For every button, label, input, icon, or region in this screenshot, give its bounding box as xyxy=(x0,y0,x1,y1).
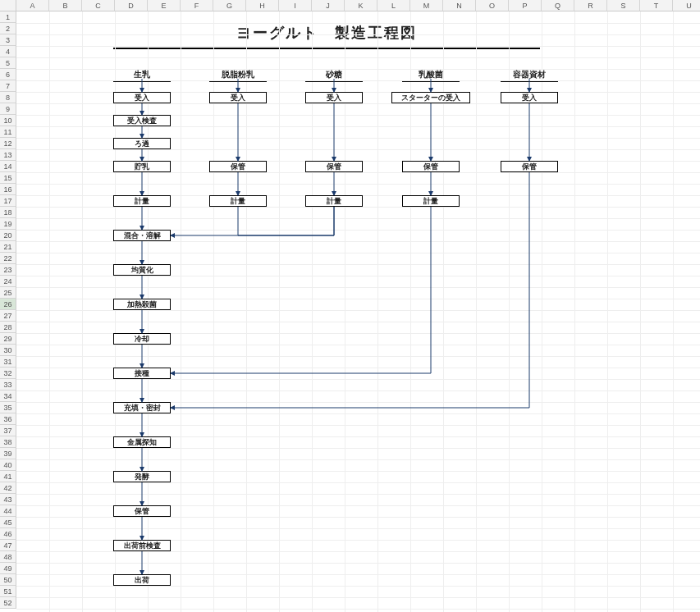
row-header[interactable]: 13 xyxy=(0,149,16,161)
row-header[interactable]: 14 xyxy=(0,161,16,172)
lane-header: 脱脂粉乳 xyxy=(209,69,267,82)
column-header[interactable]: M xyxy=(410,0,443,11)
process-step: 均質化 xyxy=(113,264,171,276)
row-header[interactable]: 5 xyxy=(0,57,16,69)
row-header[interactable]: 42 xyxy=(0,482,16,494)
column-header[interactable]: U xyxy=(673,0,700,11)
process-step: 保管 xyxy=(209,161,267,172)
row-header[interactable]: 48 xyxy=(0,551,16,563)
row-header[interactable]: 32 xyxy=(0,368,16,379)
column-header[interactable]: N xyxy=(443,0,476,11)
row-header[interactable]: 41 xyxy=(0,471,16,482)
row-header[interactable]: 27 xyxy=(0,310,16,322)
process-step: 保管 xyxy=(402,161,460,172)
process-step: 受入 xyxy=(305,92,363,103)
row-header[interactable]: 19 xyxy=(0,218,16,230)
process-step: 計量 xyxy=(113,195,171,207)
process-step: 充填・密封 xyxy=(113,402,171,413)
process-step: 保管 xyxy=(305,161,363,172)
lane-header: 生乳 xyxy=(113,69,171,82)
row-header[interactable]: 17 xyxy=(0,195,16,207)
row-header[interactable]: 34 xyxy=(0,390,16,402)
row-header[interactable]: 24 xyxy=(0,276,16,287)
row-header[interactable]: 38 xyxy=(0,436,16,448)
column-header[interactable]: E xyxy=(148,0,181,11)
row-header[interactable]: 35 xyxy=(0,402,16,413)
column-header[interactable]: B xyxy=(49,0,82,11)
process-step: 受入 xyxy=(113,92,171,103)
column-header[interactable]: I xyxy=(279,0,312,11)
row-header[interactable]: 3 xyxy=(0,34,16,46)
row-header[interactable]: 12 xyxy=(0,138,16,149)
row-header[interactable]: 7 xyxy=(0,80,16,92)
lane-header: 乳酸菌 xyxy=(402,69,460,82)
process-step: 加熱殺菌 xyxy=(113,299,171,310)
row-header[interactable]: 10 xyxy=(0,115,16,126)
column-header[interactable]: D xyxy=(115,0,148,11)
row-header[interactable]: 47 xyxy=(0,540,16,551)
column-header[interactable]: R xyxy=(574,0,607,11)
row-header[interactable]: 26 xyxy=(0,299,16,310)
row-header[interactable]: 45 xyxy=(0,517,16,528)
row-header[interactable]: 15 xyxy=(0,172,16,184)
row-header[interactable]: 31 xyxy=(0,356,16,368)
row-header[interactable]: 28 xyxy=(0,322,16,333)
process-step: 出荷 xyxy=(113,574,171,586)
row-header[interactable]: 52 xyxy=(0,597,16,609)
row-header[interactable]: 46 xyxy=(0,528,16,540)
row-header[interactable]: 4 xyxy=(0,46,16,57)
process-step: 発酵 xyxy=(113,471,171,482)
row-header[interactable]: 49 xyxy=(0,563,16,574)
row-header[interactable]: 44 xyxy=(0,505,16,517)
grid-area[interactable]: ヨーグルト 製造工程図 生乳脱脂粉乳砂糖乳酸菌容器資材受入受入検査ろ過貯乳計量混… xyxy=(16,11,700,612)
row-header[interactable]: 9 xyxy=(0,103,16,115)
row-header-column: 1234567891011121314151617181920212223242… xyxy=(0,11,16,609)
column-header[interactable]: Q xyxy=(542,0,574,11)
process-step: 接種 xyxy=(113,368,171,379)
column-header[interactable]: T xyxy=(640,0,673,11)
row-header[interactable]: 43 xyxy=(0,494,16,505)
column-header[interactable]: P xyxy=(509,0,542,11)
column-header-row: ABCDEFGHIJKLMNOPQRSTU xyxy=(0,0,700,11)
row-header[interactable]: 50 xyxy=(0,574,16,586)
process-step: 混合・溶解 xyxy=(113,230,171,241)
row-header[interactable]: 22 xyxy=(0,253,16,264)
row-header[interactable]: 33 xyxy=(0,379,16,390)
row-header[interactable]: 51 xyxy=(0,586,16,597)
row-header[interactable]: 40 xyxy=(0,459,16,471)
process-step: 金属探知 xyxy=(113,436,171,448)
column-header[interactable]: K xyxy=(345,0,377,11)
column-header[interactable]: J xyxy=(312,0,345,11)
column-header[interactable]: O xyxy=(476,0,509,11)
select-all-corner[interactable] xyxy=(0,0,16,11)
row-header[interactable]: 1 xyxy=(0,11,16,23)
row-header[interactable]: 18 xyxy=(0,207,16,218)
process-step: 受入 xyxy=(209,92,267,103)
row-header[interactable]: 21 xyxy=(0,241,16,253)
row-header[interactable]: 36 xyxy=(0,413,16,425)
row-header[interactable]: 25 xyxy=(0,287,16,299)
row-header[interactable]: 16 xyxy=(0,184,16,195)
column-header[interactable]: G xyxy=(213,0,246,11)
row-header[interactable]: 8 xyxy=(0,92,16,103)
row-header[interactable]: 30 xyxy=(0,345,16,356)
column-header[interactable]: S xyxy=(607,0,640,11)
column-header[interactable]: H xyxy=(246,0,279,11)
process-step: 計量 xyxy=(305,195,363,207)
lane-header: 容器資材 xyxy=(501,69,558,82)
process-step: 保管 xyxy=(501,161,558,172)
column-header[interactable]: L xyxy=(377,0,410,11)
row-header[interactable]: 6 xyxy=(0,69,16,80)
row-header[interactable]: 29 xyxy=(0,333,16,345)
column-header[interactable]: A xyxy=(16,0,49,11)
column-header[interactable]: C xyxy=(82,0,115,11)
column-header[interactable]: F xyxy=(181,0,213,11)
row-header[interactable]: 2 xyxy=(0,23,16,34)
process-step: 計量 xyxy=(402,195,460,207)
row-header[interactable]: 39 xyxy=(0,448,16,459)
row-header[interactable]: 11 xyxy=(0,126,16,138)
row-header[interactable]: 37 xyxy=(0,425,16,436)
row-header[interactable]: 20 xyxy=(0,230,16,241)
row-header[interactable]: 23 xyxy=(0,264,16,276)
process-step: スターターの受入 xyxy=(391,92,470,103)
